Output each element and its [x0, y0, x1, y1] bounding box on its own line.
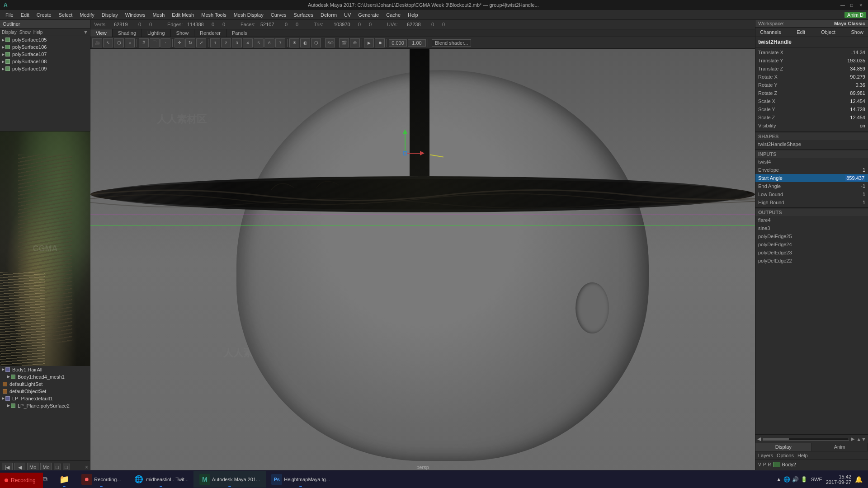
- start-angle-row[interactable]: Start Angle 859.437: [755, 174, 868, 182]
- poly3-btn[interactable]: 3: [232, 38, 242, 47]
- poly7-btn[interactable]: 7: [275, 38, 285, 47]
- menu-display[interactable]: Display: [98, 11, 122, 19]
- menu-deform[interactable]: Deform: [317, 11, 340, 19]
- select-tool-btn[interactable]: ↖: [103, 38, 113, 47]
- maya-app[interactable]: M Autodesk Maya 201...: [193, 471, 266, 488]
- outliner-item[interactable]: ▶ polySurface105: [0, 36, 90, 43]
- outliner-item[interactable]: ▶ LP_Plane:polySurface2: [0, 402, 90, 409]
- high-bound-row[interactable]: High Bound 1: [755, 198, 868, 206]
- outliner-display-menu[interactable]: Display: [2, 30, 17, 35]
- recording-app[interactable]: ⏺ Recording...: [74, 471, 128, 488]
- menu-generate[interactable]: Generate: [354, 11, 382, 19]
- outliner-item[interactable]: ▶ polySurface106: [0, 43, 90, 51]
- help-menu-layers[interactable]: Help: [797, 453, 808, 458]
- translate-z-row[interactable]: Translate Z 34.859: [755, 65, 868, 73]
- scrollbar-thumb[interactable]: [763, 438, 789, 440]
- scroll-left-btn[interactable]: ◀: [757, 436, 761, 442]
- anim-tab[interactable]: Anim: [812, 443, 868, 451]
- menu-mesh-tools[interactable]: Mesh Tools: [198, 11, 230, 19]
- scrollbar[interactable]: [763, 438, 849, 441]
- output-polydelEdge22-row[interactable]: polyDelEdge22: [755, 257, 868, 265]
- scroll-right-btn[interactable]: ▶: [851, 436, 854, 442]
- lighting-tab[interactable]: Lighting: [142, 29, 171, 37]
- lasso-sel-btn[interactable]: ○: [125, 38, 135, 47]
- isolate-btn[interactable]: ISO: [325, 38, 335, 47]
- poly5-btn[interactable]: 5: [254, 38, 264, 47]
- frame-end[interactable]: 1.00: [408, 39, 426, 47]
- move-tool-btn[interactable]: ✛: [175, 38, 184, 47]
- menu-select[interactable]: Select: [55, 11, 76, 19]
- low-bound-row[interactable]: Low Bound -1: [755, 190, 868, 198]
- poly4-btn[interactable]: 4: [243, 38, 253, 47]
- outliner-item[interactable]: ▶ Body1:head4_mesh1: [0, 373, 90, 380]
- poly2-btn[interactable]: 2: [221, 38, 231, 47]
- shadow-btn[interactable]: ◐: [300, 38, 310, 47]
- outliner-item[interactable]: defaultObjectSet: [0, 388, 90, 395]
- outliner-help-menu[interactable]: Help: [33, 30, 43, 35]
- end-angle-row[interactable]: End Angle -1: [755, 182, 868, 190]
- blend-shader-field[interactable]: Blend shader...: [432, 39, 471, 47]
- menu-mesh[interactable]: Mesh: [149, 11, 168, 19]
- start-angle-value[interactable]: 859.437: [845, 175, 865, 181]
- anim-btn[interactable]: ▶: [364, 38, 374, 47]
- outliner-item[interactable]: ▶ polySurface108: [0, 58, 90, 65]
- rotate-tool-btn[interactable]: ↻: [185, 38, 195, 47]
- viewport-3d[interactable]: 人人素材区 人人素材区 人人素材区 人人素材区 人人素材区: [90, 49, 755, 474]
- anim-btn2[interactable]: ⏺: [375, 38, 385, 47]
- layers-menu[interactable]: Layers: [758, 453, 773, 458]
- menu-uv[interactable]: UV: [340, 11, 354, 19]
- wire-btn[interactable]: ⬡: [311, 38, 321, 47]
- scroll-down-btn[interactable]: ▼: [861, 436, 866, 442]
- envelope-row[interactable]: Envelope 1: [755, 166, 868, 174]
- snap-point-btn[interactable]: ·: [160, 38, 170, 47]
- poly1-btn[interactable]: 1: [210, 38, 220, 47]
- scale-y-row[interactable]: Scale Y 14.728: [755, 105, 868, 113]
- file-explorer-app[interactable]: 📁: [55, 471, 73, 488]
- object-tab[interactable]: Object: [819, 28, 837, 36]
- shading-tab[interactable]: Shading: [113, 29, 142, 37]
- output-polydelEdge25-row[interactable]: polyDelEdge25: [755, 232, 868, 240]
- outliner-filter-icon[interactable]: ▼: [83, 29, 88, 35]
- scroll-up-btn[interactable]: ▲: [856, 436, 861, 442]
- snap-curve-btn[interactable]: ⌒: [150, 38, 160, 47]
- manip-btn[interactable]: ⊕: [350, 38, 360, 47]
- menu-surfaces[interactable]: Surfaces: [290, 11, 317, 19]
- scale-tool-btn[interactable]: ⤢: [196, 38, 206, 47]
- menu-create[interactable]: Create: [33, 11, 55, 19]
- rotate-x-row[interactable]: Rotate X 90.279: [755, 73, 868, 81]
- menu-edit-mesh[interactable]: Edit Mesh: [168, 11, 198, 19]
- outliner-item[interactable]: ▶ polySurface107: [0, 51, 90, 58]
- menu-edit[interactable]: Edit: [17, 11, 33, 19]
- close-button[interactable]: ×: [85, 464, 88, 470]
- view-tab[interactable]: View: [90, 29, 113, 37]
- light-btn[interactable]: ☀: [289, 38, 299, 47]
- menu-mesh-display[interactable]: Mesh Display: [230, 11, 267, 19]
- frame-start[interactable]: 0.000: [389, 39, 407, 47]
- outliner-item[interactable]: ▶ Body1:HairAll: [0, 366, 90, 373]
- shape-name-row[interactable]: twist2HandleShape: [755, 140, 868, 148]
- output-sine3-row[interactable]: sine3: [755, 224, 868, 232]
- scale-z-row[interactable]: Scale Z 12.454: [755, 113, 868, 122]
- output-polydelEdge23-row[interactable]: polyDelEdge23: [755, 249, 868, 257]
- translate-y-row[interactable]: Translate Y 193.035: [755, 56, 868, 65]
- renderer-tab[interactable]: Renderer: [194, 29, 226, 37]
- volume-icon[interactable]: 🔊: [792, 476, 799, 483]
- outliner-item[interactable]: defaultLightSet: [0, 380, 90, 388]
- visibility-row[interactable]: Visibility on: [755, 122, 868, 130]
- outliner-show-menu[interactable]: Show: [19, 30, 31, 35]
- menu-file[interactable]: File: [2, 11, 17, 19]
- edit-tab[interactable]: Edit: [795, 28, 807, 36]
- clock[interactable]: 15:42 2017-09-27: [826, 474, 851, 485]
- up-arrow-icon[interactable]: ▲: [776, 476, 782, 483]
- output-flare4-row[interactable]: flare4: [755, 216, 868, 224]
- translate-x-row[interactable]: Translate X -14.34: [755, 48, 868, 56]
- menu-curves[interactable]: Curves: [267, 11, 290, 19]
- panels-tab[interactable]: Panels: [226, 29, 253, 37]
- network-icon[interactable]: 🌐: [783, 476, 790, 483]
- scale-x-row[interactable]: Scale X 12.454: [755, 97, 868, 105]
- photoshop-app[interactable]: Ps HeightmapMaya.tg...: [267, 471, 335, 488]
- battery-icon[interactable]: 🔋: [801, 476, 807, 483]
- layer-item[interactable]: V P R Body2: [758, 462, 865, 467]
- camera-tool-btn[interactable]: 🎥: [92, 38, 102, 47]
- rotate-z-row[interactable]: Rotate Z 89.981: [755, 89, 868, 97]
